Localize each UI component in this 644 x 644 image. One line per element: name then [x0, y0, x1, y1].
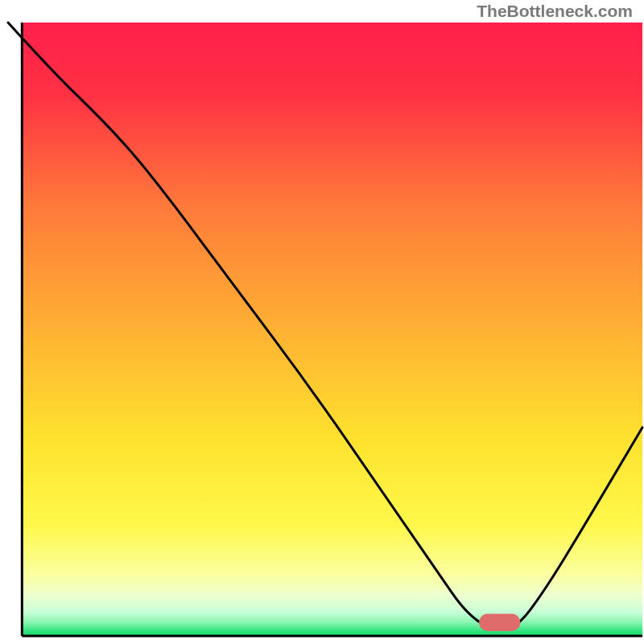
bottleneck-chart	[0, 0, 644, 644]
chart-container: TheBottleneck.com	[0, 0, 644, 644]
optimal-zone-marker	[479, 614, 520, 631]
plot-background	[22, 23, 642, 636]
